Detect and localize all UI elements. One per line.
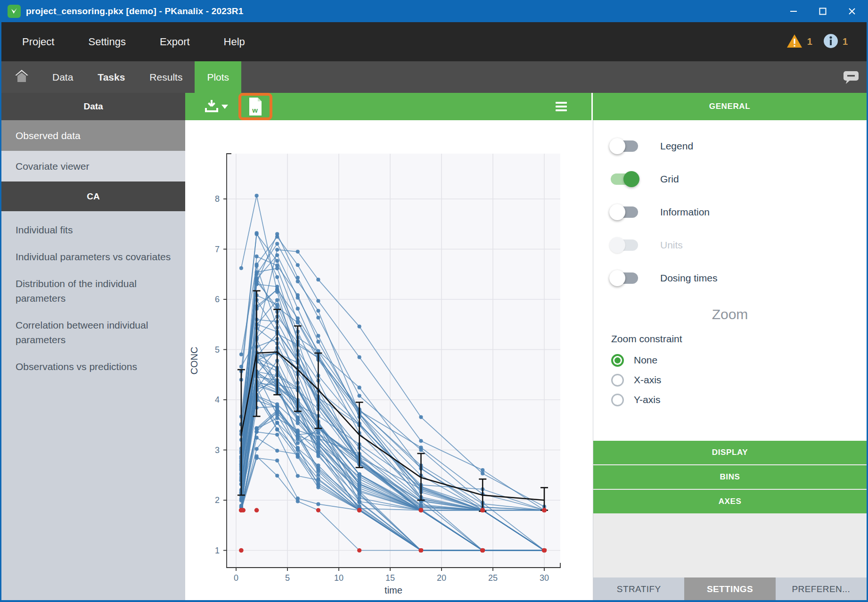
status-area: 1 1 <box>786 34 848 50</box>
toggle-label: Grid <box>660 173 679 185</box>
home-icon <box>15 69 29 85</box>
panel-tab-preferen[interactable]: PREFEREN... <box>776 577 867 601</box>
svg-text:5: 5 <box>285 573 290 583</box>
tab-data[interactable]: Data <box>40 61 85 93</box>
sidebar-header: Data <box>1 93 185 120</box>
sidebar-item-distribution-of-the-individual-parameters[interactable]: Distribution of the individual parameter… <box>16 276 172 305</box>
sidebar-item-individual-parameters-vs-covariates[interactable]: Individual parameters vs covariates <box>16 249 172 264</box>
radio-unselected-icon[interactable] <box>611 374 624 387</box>
svg-text:1: 1 <box>215 546 220 555</box>
svg-text:7: 7 <box>215 245 220 254</box>
info-count: 1 <box>843 36 848 47</box>
info-icon[interactable] <box>824 34 838 50</box>
y-axis-title: CONC <box>189 347 199 375</box>
menu-item-project[interactable]: Project <box>22 36 54 48</box>
svg-text:0: 0 <box>234 573 238 583</box>
word-export-button[interactable]: w <box>248 97 263 116</box>
close-button[interactable] <box>837 0 867 22</box>
observed-data-chart[interactable]: 05101520253012345678timeCONC <box>185 120 593 601</box>
tab-plots[interactable]: Plots <box>195 61 241 93</box>
title-bar: project_censoring.pkx [demo] - PKanalix … <box>1 0 867 22</box>
maximize-button[interactable] <box>808 0 837 22</box>
app-logo-icon <box>8 5 21 18</box>
main-tab-bar: DataTasksResultsPlots <box>1 61 867 93</box>
zoom-constraint-option-x-axis[interactable]: X-axis <box>611 370 661 390</box>
svg-text:30: 30 <box>540 573 549 583</box>
panel-section-general[interactable]: GENERAL <box>593 93 867 120</box>
plot-toolbar: w <box>185 93 593 120</box>
toggle-label: Legend <box>660 140 693 152</box>
word-document-icon: w <box>248 97 263 116</box>
information-toggle[interactable] <box>611 206 638 218</box>
dosing-times-toggle[interactable] <box>611 272 638 284</box>
menu-item-help[interactable]: Help <box>224 36 245 48</box>
toggle-row-dosing-times: Dosing times <box>593 262 867 295</box>
radio-label: X-axis <box>634 374 661 386</box>
minimize-button[interactable] <box>779 0 808 22</box>
toggle-row-units: Units <box>593 229 867 262</box>
radio-selected-icon[interactable] <box>611 354 624 367</box>
legend-toggle[interactable] <box>611 140 638 152</box>
svg-text:w: w <box>252 106 258 114</box>
download-icon <box>205 99 218 114</box>
sidebar-section-ca: CA <box>1 181 185 211</box>
sidebar-item-observations-vs-predictions[interactable]: Observations vs predictions <box>16 359 172 374</box>
radio-label: Y-axis <box>634 394 660 405</box>
toggle-label: Dosing times <box>660 272 717 284</box>
units-toggle <box>611 239 638 251</box>
toggle-row-information: Information <box>593 196 867 229</box>
export-plot-button[interactable] <box>205 99 228 114</box>
tab-tasks[interactable]: Tasks <box>85 61 137 93</box>
sidebar-item-correlation-between-individual-parameters[interactable]: Correlation between individual parameter… <box>16 318 172 347</box>
tab-results[interactable]: Results <box>137 61 195 93</box>
tab-home[interactable] <box>1 61 40 93</box>
panel-tab-settings[interactable]: SETTINGS <box>684 577 775 601</box>
svg-text:20: 20 <box>437 573 446 583</box>
menu-item-export[interactable]: Export <box>160 36 190 48</box>
svg-text:4: 4 <box>215 395 220 404</box>
grid-toggle[interactable] <box>611 173 638 185</box>
panel-section-display-button[interactable]: DISPLAY <box>593 441 867 464</box>
svg-text:3: 3 <box>215 445 220 455</box>
settings-panel: LegendGridInformationUnitsDosing times Z… <box>593 120 867 601</box>
zoom-constraint-option-y-axis[interactable]: Y-axis <box>611 390 661 410</box>
toggle-row-grid: Grid <box>593 163 867 196</box>
panel-tab-stratify[interactable]: STRATIFY <box>593 577 684 601</box>
panel-section-bins-button[interactable]: BINS <box>593 465 867 489</box>
x-axis-title: time <box>385 585 402 595</box>
zoom-constraint-option-none[interactable]: None <box>611 350 661 370</box>
sidebar-item-observed-data[interactable]: Observed data <box>1 120 185 151</box>
svg-text:15: 15 <box>385 573 395 583</box>
toggle-label: Units <box>660 239 683 251</box>
sidebar-item-individual-fits[interactable]: Individual fits <box>16 223 172 237</box>
general-settings: LegendGridInformationUnitsDosing times Z… <box>593 120 867 441</box>
svg-text:2: 2 <box>215 495 220 505</box>
menu-bar: ProjectSettingsExportHelp 1 1 <box>1 22 867 61</box>
chevron-down-icon <box>221 105 228 109</box>
app-window: project_censoring.pkx [demo] - PKanalix … <box>0 0 868 602</box>
warning-icon[interactable] <box>786 34 802 50</box>
svg-text:10: 10 <box>334 573 344 583</box>
svg-text:6: 6 <box>215 295 220 304</box>
content-area: Observed dataCovariate viewer CA Individ… <box>1 120 867 601</box>
toggle-row-legend: Legend <box>593 130 867 163</box>
svg-text:5: 5 <box>215 345 220 355</box>
warning-count: 1 <box>807 36 812 47</box>
radio-unselected-icon[interactable] <box>611 394 624 406</box>
sidebar: Observed dataCovariate viewer CA Individ… <box>1 120 185 601</box>
panel-section-axes-button[interactable]: AXES <box>593 490 867 513</box>
sidebar-item-covariate-viewer[interactable]: Covariate viewer <box>1 151 185 181</box>
zoom-constraint-label: Zoom constraint <box>611 333 682 345</box>
radio-label: None <box>634 355 657 366</box>
tab-spacer <box>241 61 843 93</box>
zoom-section-title: Zoom <box>593 306 867 322</box>
svg-text:25: 25 <box>488 573 498 583</box>
svg-text:8: 8 <box>215 194 220 204</box>
plot-region: 05101520253012345678timeCONC <box>185 120 593 601</box>
menu-item-settings[interactable]: Settings <box>88 36 126 48</box>
plot-menu-icon[interactable] <box>556 102 567 111</box>
header-row: Data w GENERAL <box>1 93 867 120</box>
word-export-highlight: w <box>238 93 272 120</box>
feedback-bubble-icon[interactable] <box>843 61 867 93</box>
toggle-label: Information <box>660 206 710 218</box>
